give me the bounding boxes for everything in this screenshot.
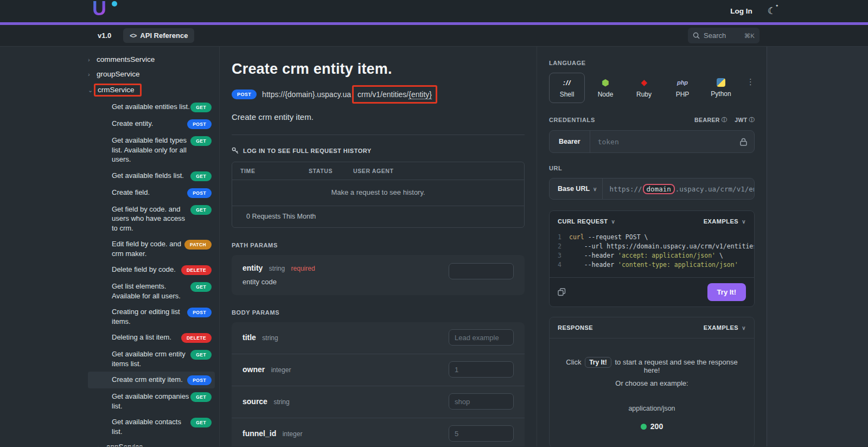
lock-icon[interactable] (740, 138, 747, 146)
service-group-label: groupService (97, 70, 140, 78)
code-line: 4 --header 'content-type: application/js… (550, 260, 754, 270)
chevron-icon: ⌄ (88, 87, 93, 94)
body-params-card: title string owner integer source string (232, 322, 525, 446)
endpoint-description: Create crm entity item. (232, 112, 525, 122)
param-type: string (262, 334, 278, 342)
jwt-tab[interactable]: JWTⓘ (735, 116, 755, 124)
body-params-label: BODY PARAMS (232, 309, 525, 316)
path-params-label: PATH PARAMS (232, 242, 525, 248)
col-status: STATUS (309, 168, 353, 174)
status-code: 200 (650, 422, 663, 431)
more-languages-icon[interactable]: ⋮ (746, 77, 755, 87)
response-example-type[interactable]: application/json (559, 405, 744, 412)
sidebar-endpoint-item[interactable]: Get field by code. and users who have ac… (88, 201, 215, 237)
param-name: title (242, 333, 256, 342)
status-ok-dot (641, 424, 647, 430)
language-option[interactable]: Node (588, 73, 623, 103)
line-number: 2 (550, 242, 569, 251)
api-reference-tab[interactable]: <> API Reference (123, 28, 194, 43)
curl-code-block: 1 curl --request POST \ 2 --url https://… (550, 232, 754, 277)
method-badge: POST (232, 90, 257, 99)
endpoint-label: Create crm entity item. (112, 375, 187, 385)
body-param-row: title string (232, 322, 525, 354)
param-input[interactable] (449, 361, 514, 378)
curl-request-dropdown[interactable]: CURL REQUEST ∨ (558, 218, 615, 225)
sidebar-endpoint-item[interactable]: Get available contacts list. GET (88, 414, 215, 439)
path-params-card: entity string required entity code (232, 255, 525, 295)
sidebar-endpoint-item[interactable]: Get available field types list. Availabl… (88, 132, 215, 168)
response-status-row[interactable]: 200 (559, 422, 744, 431)
method-badge: GET (190, 136, 212, 146)
sidebar-service-group[interactable]: ⌄ crmService (88, 81, 215, 99)
line-number: 3 (550, 251, 569, 260)
sidebar-endpoint-item[interactable]: Get available fields list. GET (88, 168, 215, 184)
try-it-button[interactable]: Try It! (707, 283, 746, 301)
try-it-pill: Try It! (585, 357, 611, 368)
language-option[interactable]: Shell (549, 73, 585, 103)
sidebar-endpoint-item[interactable]: Get available companies list. GET (88, 388, 215, 414)
sidebar-endpoint-item[interactable]: Edit field by code. and crm maker. PATCH (88, 236, 215, 261)
sidebar-endpoint-item[interactable]: Create field. POST (88, 184, 215, 201)
domain-variable-pill[interactable]: domain (643, 184, 675, 194)
endpoint-label: Get available contacts list. (112, 417, 190, 436)
param-name: funnel_id (242, 429, 276, 438)
response-examples-dropdown[interactable]: EXAMPLES ∨ (704, 324, 746, 331)
sidebar-endpoint-list: › commentsService › groupService ⌄ crmSe… (88, 52, 215, 446)
sidebar-endpoint-item[interactable]: Get available entities list. GET (88, 99, 215, 116)
sidebar-endpoint-item[interactable]: Create crm entity item. POST (88, 372, 215, 388)
entity-input[interactable] (449, 263, 514, 279)
param-input[interactable] (449, 393, 514, 410)
sidebar-endpoint-item[interactable]: Deleting a list item. DELETE (88, 329, 215, 346)
col-user-agent: USER AGENT (353, 168, 516, 174)
curl-examples-dropdown[interactable]: EXAMPLES ∨ (704, 218, 746, 225)
endpoint-label: Delete field by code. (112, 265, 181, 274)
body-param-row: owner integer (232, 354, 525, 386)
token-input[interactable] (590, 138, 740, 146)
secondary-nav: v1.0 <> API Reference Search ⌘K (0, 25, 868, 47)
search-shortcut: ⌘K (744, 32, 755, 40)
copy-icon[interactable] (558, 288, 566, 296)
service-group-label: crmService (94, 84, 142, 97)
sidebar-service-group[interactable]: › commentsService (88, 52, 215, 67)
param-input[interactable] (449, 329, 514, 346)
uspacy-logo[interactable]: U (92, 0, 119, 23)
sidebar-endpoint-item[interactable]: Create entity. POST (88, 116, 215, 132)
login-button[interactable]: Log In (730, 7, 752, 15)
history-footer[interactable]: 0 Requests This Month (232, 206, 524, 227)
endpoint-label: Get available entities list. (112, 102, 190, 112)
language-option[interactable]: Python (703, 73, 739, 103)
chevron-icon: › (98, 444, 103, 447)
login-history-link[interactable]: LOG IN TO SEE FULL REQUEST HISTORY (232, 147, 525, 154)
bearer-tab[interactable]: BEARERⓘ (694, 116, 727, 124)
sidebar-service-group[interactable]: › appService (88, 439, 215, 446)
endpoint-label: Deleting a list item. (112, 333, 181, 342)
try-it-panel: LANGUAGE Shell Node Ruby PHP Python ⋮ CR… (537, 47, 767, 446)
service-group-label: commentsService (97, 55, 155, 63)
top-bar: U Log In ☾✦ (0, 0, 868, 22)
param-input[interactable] (449, 425, 514, 442)
dark-mode-toggle-icon[interactable]: ☾✦ (768, 5, 776, 17)
body-param-row: funnel_id integer (232, 418, 525, 446)
chevron-icon: › (88, 71, 93, 78)
language-option[interactable]: PHP (665, 73, 700, 103)
search-input[interactable]: Search ⌘K (688, 28, 760, 43)
method-badge: POST (187, 188, 212, 198)
curl-request-card: CURL REQUEST ∨ EXAMPLES ∨ 1 curl --reque… (549, 210, 755, 307)
method-badge: GET (190, 103, 212, 112)
main-content: Create crm entity item. POST https://{do… (220, 47, 537, 446)
param-required: required (291, 265, 315, 272)
sidebar-service-group[interactable]: › groupService (88, 67, 215, 81)
param-type: string (273, 398, 289, 406)
language-option[interactable]: Ruby (626, 73, 662, 103)
response-label: RESPONSE (558, 324, 593, 331)
method-badge: GET (190, 392, 212, 402)
logo-dot (112, 1, 117, 7)
param-type: integer (271, 366, 291, 374)
sidebar-endpoint-item[interactable]: Get available crm entity items list. GET (88, 346, 215, 372)
info-icon: ⓘ (749, 116, 755, 124)
sidebar-endpoint-item[interactable]: Get list elements. Available for all use… (88, 278, 215, 304)
base-url-dropdown[interactable]: Base URL ∨ (550, 185, 602, 193)
sidebar-endpoint-item[interactable]: Delete field by code. DELETE (88, 261, 215, 278)
sidebar-endpoint-item[interactable]: Creating or editing list items. POST (88, 304, 215, 329)
code-line: 3 --header 'accept: application/json' \ (550, 251, 754, 260)
